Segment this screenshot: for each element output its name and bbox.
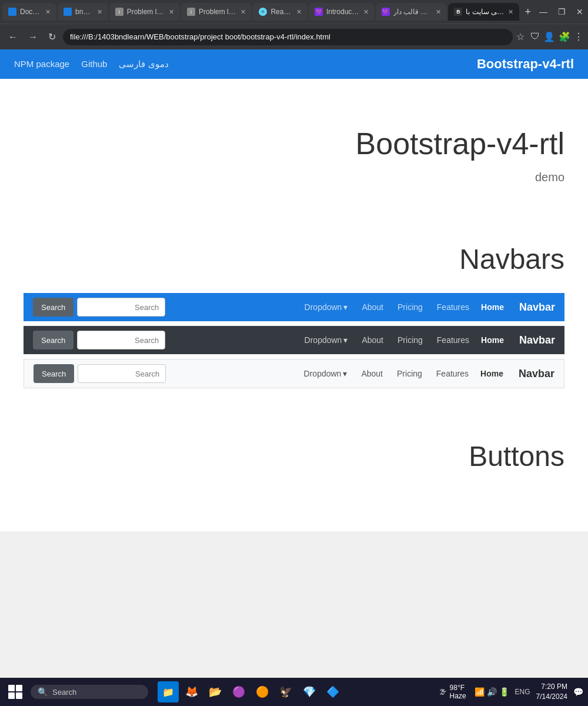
tab-label-4: Problem loadin... [199,8,237,16]
demo-navbar-light-home[interactable]: Home [475,365,509,382]
demo-navbar-dark-dropdown[interactable]: ▾ Dropdown [299,332,354,348]
tab-favicon-4: i [187,8,195,16]
dropdown-label: Dropdown [305,302,342,312]
demo-navbar-blue-nav: Features Pricing About ▾ Dropdown [299,299,475,315]
bookmark-icon[interactable]: ☆ [516,31,524,42]
demo-navbar-light-features[interactable]: Features [430,365,475,382]
tab-label-3: Problem loadin... [127,8,165,16]
dropdown-arrow-icon: ▾ [343,302,348,312]
tab-close-5[interactable]: ✕ [296,8,302,16]
hero-title: Bootstrap-v4-rtl [24,126,564,161]
tab-moarrefi[interactable]: 💜 معرفی قالب دار... ✕ [376,3,447,21]
maximize-button[interactable]: ❐ [556,5,568,19]
navbars-demo: Navbar Home Features Pricing About ▾ Dro… [0,293,588,417]
demo-navbar-blue-search-btn[interactable]: Search [33,298,74,317]
buttons-heading: Buttons [24,440,564,472]
extensions-icon[interactable]: 🧩 [559,31,570,42]
demo-navbar-blue-features[interactable]: Features [431,299,475,315]
window-controls: — ❐ ✕ [537,5,586,19]
spacer [0,484,588,531]
reload-button[interactable]: ↻ [45,29,59,45]
tab-close-4[interactable]: ✕ [240,8,246,16]
tab-favicon-2 [64,8,72,16]
tab-bootstrap-rtl[interactable]: B طراحی سایت با... ✕ [448,3,519,21]
demo-navbar-light-nav: Features Pricing About ▾ Dropdown [298,365,475,382]
demo-navbar-blue-home[interactable]: Home [475,299,510,315]
dropdown-dark-label: Dropdown [305,335,342,345]
site-nav-npm[interactable]: NPM package [14,59,69,69]
navbars-heading: Navbars [24,243,564,275]
tab-label-7: معرفی قالب دار... [393,8,433,16]
demo-navbar-dark-features[interactable]: Features [431,332,475,348]
profile-icon[interactable]: 👤 [543,31,555,42]
demo-navbar-light: Navbar Home Features Pricing About ▾ Dro… [24,359,564,388]
tab-document[interactable]: Document ✕ [2,3,56,21]
menu-icon[interactable]: ⋮ [574,31,583,42]
shield-icon[interactable]: 🛡 [530,31,540,42]
tab-problem-2[interactable]: i Problem loadin... ✕ [181,3,252,21]
demo-navbar-dark: Navbar Home Features Pricing About ▾ Dro… [24,326,564,354]
site-nav-github[interactable]: Github [81,59,107,69]
address-input[interactable] [63,29,513,45]
demo-navbar-light-brand: Navbar [519,368,554,380]
dropdown-dark-arrow-icon: ▾ [343,335,348,345]
demo-navbar-light-pricing[interactable]: Pricing [391,365,428,382]
close-window-button[interactable]: ✕ [574,5,586,19]
demo-navbar-light-about[interactable]: About [355,365,389,382]
tab-label-6: Introduction |... [326,8,360,16]
tab-close-6[interactable]: ✕ [363,8,369,16]
demo-navbar-blue-search-input[interactable] [77,298,165,317]
demo-navbar-light-search-btn[interactable]: Search [34,364,74,383]
hero-section: Bootstrap-v4-rtl demo [0,79,588,219]
tab-label-2: bndlearn [75,8,93,16]
tab-favicon-6: 💜 [315,8,323,16]
demo-navbar-dark-about[interactable]: About [356,332,389,348]
tab-favicon-7: 💜 [382,8,390,16]
site-nav-demo[interactable]: دموی فارسی [119,59,168,69]
demo-navbar-dark-nav: Features Pricing About ▾ Dropdown [299,332,475,348]
demo-navbar-blue-dropdown[interactable]: ▾ Dropdown [299,299,354,315]
demo-navbar-blue: Navbar Home Features Pricing About ▾ Dro… [24,293,564,321]
page-content: Bootstrap-v4-rtl دموی فارسی Github NPM p… [0,49,588,531]
tab-favicon-8: B [454,8,462,16]
demo-navbar-blue-pricing[interactable]: Pricing [392,299,429,315]
forward-button[interactable]: → [25,29,41,45]
tab-react-app[interactable]: ⚛ React App ✕ [253,3,308,21]
new-tab-button[interactable]: + [520,6,536,18]
tab-bar: Document ✕ bndlearn ✕ i Problem loadin..… [0,0,588,24]
site-navbar-links: دموی فارسی Github NPM package [14,59,169,69]
site-brand: Bootstrap-v4-rtl [477,56,574,72]
tab-close-8[interactable]: ✕ [508,8,513,16]
tab-introduction[interactable]: 💜 Introduction |... ✕ [309,3,375,21]
tab-close-7[interactable]: ✕ [436,8,441,16]
address-bar: ← → ↻ ☆ 🛡 👤 🧩 ⋮ [0,24,588,49]
demo-navbar-dark-search-input[interactable] [77,331,165,349]
address-bar-icons: ☆ [516,31,524,42]
demo-navbar-blue-about[interactable]: About [356,299,389,315]
demo-navbar-dark-search-btn[interactable]: Search [33,331,74,349]
demo-navbar-light-search-input[interactable] [78,364,166,383]
demo-navbar-light-dropdown[interactable]: ▾ Dropdown [298,365,353,382]
tab-favicon-3: i [115,8,123,16]
demo-navbar-dark-home[interactable]: Home [475,332,510,348]
buttons-section: Buttons [0,417,588,484]
dropdown-light-label: Dropdown [304,369,342,378]
demo-navbar-blue-search: Search [33,298,165,317]
tab-bndlearn[interactable]: bndlearn ✕ [58,3,108,21]
back-button[interactable]: ← [5,29,21,45]
dropdown-light-arrow-icon: ▾ [343,369,347,378]
tab-close-2[interactable]: ✕ [97,8,102,16]
minimize-button[interactable]: — [537,5,550,19]
demo-navbar-blue-brand: Navbar [519,301,555,314]
demo-navbar-light-search: Search [34,364,166,383]
tab-label-1: Document [20,8,42,16]
tab-label-8: طراحی سایت با... [466,8,504,16]
site-navbar: Bootstrap-v4-rtl دموی فارسی Github NPM p… [0,49,588,79]
tab-close-3[interactable]: ✕ [169,8,174,16]
tab-problem-1[interactable]: i Problem loadin... ✕ [109,3,180,21]
demo-navbar-dark-brand: Navbar [519,334,555,347]
tab-close-1[interactable]: ✕ [45,8,51,16]
navbars-section-heading: Navbars [0,219,588,293]
demo-navbar-dark-pricing[interactable]: Pricing [392,332,429,348]
tab-favicon-5: ⚛ [259,8,267,16]
